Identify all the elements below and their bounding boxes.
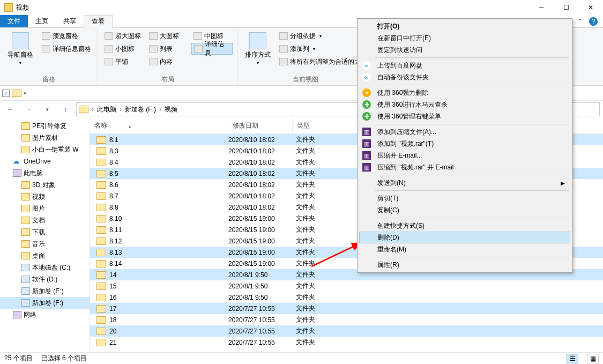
tree-node[interactable]: 新加卷 (F:) xyxy=(0,297,90,309)
menu-item[interactable]: 剪切(T) xyxy=(359,192,570,204)
menu-item[interactable]: ▥压缩到 "视频.rar" 并 E-mail xyxy=(359,161,570,173)
back-button[interactable]: ← xyxy=(3,102,18,116)
tree-node[interactable]: 下载 xyxy=(0,226,90,238)
file-row[interactable]: 172020/7/27 10:55文件夹 xyxy=(90,303,603,314)
panes-group-label: 窗格 xyxy=(4,74,93,84)
tree-node[interactable]: 小白一键重装 W xyxy=(0,144,90,155)
menu-item[interactable]: 属性(R) xyxy=(359,259,570,271)
file-type: 文件夹 xyxy=(293,146,346,155)
chevron-right-icon[interactable]: › xyxy=(157,106,163,113)
thumbnails-view-toggle[interactable]: ▦ xyxy=(587,354,599,363)
tree-node[interactable]: 3D 对象 xyxy=(0,179,90,191)
tree-node[interactable]: 视频 xyxy=(0,191,90,203)
chevron-right-icon[interactable]: › xyxy=(117,106,124,113)
file-row[interactable]: 152020/8/1 9:50文件夹 xyxy=(90,280,603,292)
tree-node[interactable]: 本地磁盘 (C:) xyxy=(0,262,90,273)
file-row[interactable]: 182020/7/27 10:55文件夹 xyxy=(90,314,603,325)
menu-item[interactable]: 创建快捷方式(S) xyxy=(359,220,570,232)
details-view-button[interactable]: 详细信息 xyxy=(191,43,233,55)
l-icons-button[interactable]: 大图标 xyxy=(147,30,188,42)
tree-node[interactable]: 音乐 xyxy=(0,238,90,250)
menu-item-label: 创建快捷方式(S) xyxy=(377,221,425,231)
add-columns-button[interactable]: 添加列▾ xyxy=(277,43,369,55)
up-button[interactable]: ↑ xyxy=(58,102,73,116)
breadcrumb-folder[interactable]: 视频 xyxy=(165,105,177,114)
tree-node[interactable]: 文档 xyxy=(0,214,90,226)
help-icon[interactable]: ? xyxy=(589,17,598,26)
menu-item[interactable]: ✚使用 360进行木马云查杀 xyxy=(359,99,570,110)
details-view-toggle[interactable]: ☰ xyxy=(567,354,578,363)
menu-item-label: 使用 360强力删除 xyxy=(377,88,428,98)
sort-by-button[interactable]: 排序方式 ▾ xyxy=(242,30,274,74)
details-pane-button[interactable]: 详细信息窗格 xyxy=(40,43,93,55)
menu-item[interactable]: ✚使用 360管理右键菜单 xyxy=(359,110,570,122)
breadcrumb-drive[interactable]: 新加卷 (F:) xyxy=(125,105,156,114)
tree-node[interactable]: 桌面 xyxy=(0,250,90,262)
select-all-checkbox[interactable]: ✓ xyxy=(2,90,10,97)
tree-node[interactable]: 图片 xyxy=(0,203,90,214)
menu-item[interactable]: ∞上传到百度网盘 xyxy=(359,60,570,71)
home-tab[interactable]: 主页 xyxy=(28,15,56,27)
xl-icons-button[interactable]: 超大图标 xyxy=(102,30,144,42)
collapse-ribbon-icon[interactable]: ⌃ xyxy=(577,18,583,25)
menu-item[interactable]: ✦使用 360强力删除 xyxy=(359,87,570,99)
menu-item[interactable]: ▥添加到压缩文件(A)... xyxy=(359,126,570,138)
status-bar: 25 个项目 已选择 6 个项目 ☰ ▦ xyxy=(0,352,603,364)
file-type: 文件夹 xyxy=(293,225,346,234)
xl-icons-icon xyxy=(105,32,113,40)
file-row[interactable]: 162020/8/1 9:50文件夹 xyxy=(90,292,603,303)
menu-item[interactable]: 在新窗口中打开(E) xyxy=(359,32,570,44)
view-tab[interactable]: 查看 xyxy=(84,15,113,28)
fit-columns-icon xyxy=(279,58,288,65)
file-tab[interactable]: 文件 xyxy=(0,15,28,27)
tree-node[interactable]: 新加卷 (E:) xyxy=(0,285,90,297)
s-icons-button[interactable]: 小图标 xyxy=(102,43,144,55)
column-name[interactable]: 名称 xyxy=(90,118,228,133)
file-type: 文件夹 xyxy=(293,338,346,347)
tree-node[interactable]: 图片素材 xyxy=(0,132,90,144)
list-button[interactable]: 列表 xyxy=(147,43,188,55)
file-name: 8.1 xyxy=(109,136,118,144)
breadcrumb-pc[interactable]: 此电脑 xyxy=(97,105,116,114)
menu-item[interactable]: 固定到快速访问 xyxy=(359,44,570,56)
tree-node-label: 新加卷 (E:) xyxy=(32,287,64,296)
minimize-button[interactable]: ─ xyxy=(529,0,554,15)
menu-item[interactable]: ∞自动备份该文件夹 xyxy=(359,71,570,83)
menu-item[interactable]: ▥压缩并 E-mail... xyxy=(359,150,570,161)
share-tab[interactable]: 共享 xyxy=(56,15,84,27)
menu-item[interactable]: 重命名(M) xyxy=(359,243,570,255)
file-date: 2020/8/15 19:00 xyxy=(228,249,293,256)
context-menu[interactable]: 打开(O)在新窗口中打开(E)固定到快速访问∞上传到百度网盘∞自动备份该文件夹✦… xyxy=(357,18,572,273)
tiles-button[interactable]: 平铺 xyxy=(102,56,144,68)
menu-item[interactable]: ▥添加到 "视频.rar"(T) xyxy=(359,138,570,150)
column-type[interactable]: 类型 xyxy=(293,118,346,133)
file-row[interactable]: 212020/7/27 10:55文件夹 xyxy=(90,337,603,348)
tree-node[interactable]: 软件 (D:) xyxy=(0,273,90,285)
chevron-right-icon[interactable]: › xyxy=(90,106,96,113)
tree-node[interactable]: ☁OneDrive xyxy=(0,155,90,167)
preview-pane-button[interactable]: 预览窗格 xyxy=(40,30,93,42)
navigation-pane-button[interactable]: 导航窗格 ▾ xyxy=(4,30,36,74)
menu-item[interactable]: 删除(D) xyxy=(359,232,570,243)
file-row[interactable]: 202020/7/27 10:55文件夹 xyxy=(90,325,603,337)
maximize-button[interactable]: ☐ xyxy=(554,0,578,15)
file-date: 2020/8/15 19:00 xyxy=(228,260,293,268)
folder-icon xyxy=(96,328,106,335)
tree-node[interactable]: 此电脑 xyxy=(0,167,90,179)
column-date[interactable]: 修改日期 xyxy=(228,118,293,133)
tree-node[interactable]: PE引导修复 xyxy=(0,120,90,132)
forward-button[interactable]: → xyxy=(21,102,36,116)
file-type: 文件夹 xyxy=(293,326,346,336)
nav-tree[interactable]: PE引导修复图片素材小白一键重装 W☁OneDrive此电脑3D 对象视频图片文… xyxy=(0,118,90,352)
menu-item[interactable]: 复制(C) xyxy=(359,204,570,216)
menu-item[interactable]: 打开(O) xyxy=(359,20,570,32)
path-dropdown-icon[interactable]: ▾ xyxy=(24,91,26,96)
content-button[interactable]: 内容 xyxy=(147,56,188,68)
details-view-icon xyxy=(194,45,203,53)
group-by-button[interactable]: 分组依据▾ xyxy=(277,30,369,42)
tree-node[interactable]: 网络 xyxy=(0,309,90,321)
recent-locations-button[interactable]: ▾ xyxy=(40,102,55,116)
menu-item[interactable]: 发送到(N)▶ xyxy=(359,177,570,189)
close-button[interactable]: ✕ xyxy=(578,0,603,15)
fit-columns-button[interactable]: 将所有列调整为合适的大小 xyxy=(277,56,369,68)
